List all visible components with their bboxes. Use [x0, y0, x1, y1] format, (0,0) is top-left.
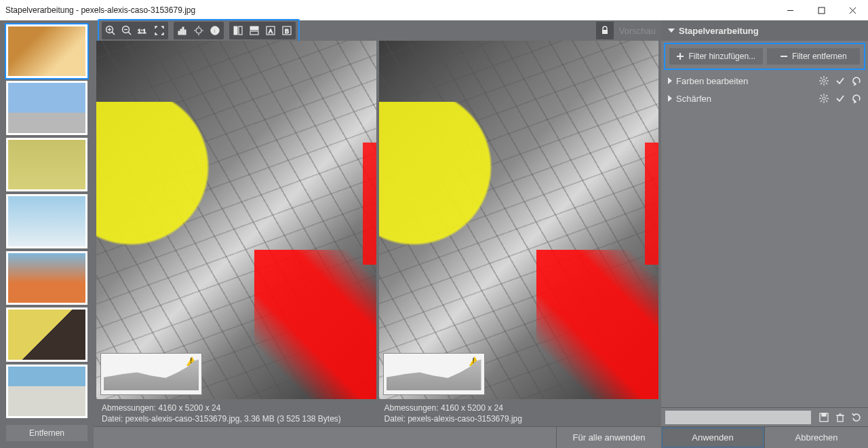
thumbnail[interactable]: [6, 194, 87, 248]
svg-line-9: [128, 32, 131, 35]
svg-line-40: [821, 77, 822, 79]
svg-rect-13: [180, 29, 182, 35]
svg-line-5: [112, 32, 115, 35]
svg-rect-55: [837, 415, 843, 422]
svg-text:B: B: [285, 28, 289, 35]
split-horizontal-icon[interactable]: [247, 23, 262, 38]
remove-thumbnail-button[interactable]: Entfernen: [6, 425, 87, 441]
svg-text:A: A: [269, 28, 273, 35]
info-icon[interactable]: i: [208, 23, 222, 38]
apply-button[interactable]: Anwenden: [661, 427, 764, 448]
filter-label: Schärfen: [676, 94, 711, 104]
svg-rect-31: [602, 30, 608, 34]
svg-line-42: [826, 77, 827, 79]
undo-icon[interactable]: [850, 75, 863, 87]
chevron-right-icon: [668, 77, 672, 84]
svg-rect-1: [818, 7, 825, 14]
clipping-warning-icon: [186, 356, 197, 366]
preview-result: Abmessungen: 4160 x 5200 x 24 Datei: pex…: [379, 41, 659, 426]
svg-rect-23: [234, 26, 237, 35]
remove-filter-label: Filter entfernen: [792, 52, 847, 61]
remove-filter-button[interactable]: Filter entfernen: [767, 48, 861, 64]
thumbnail[interactable]: [6, 365, 87, 418]
svg-rect-24: [239, 26, 242, 35]
svg-line-43: [821, 83, 822, 84]
check-icon[interactable]: [834, 92, 846, 105]
svg-rect-14: [182, 27, 184, 35]
clipping-warning-icon: [469, 356, 480, 366]
svg-rect-25: [250, 26, 258, 30]
split-vertical-icon[interactable]: [231, 23, 245, 38]
file-label: Datei: pexels-alexis-caso-3153679.jpg, 3…: [102, 413, 371, 424]
file-label: Datei: pexels-alexis-caso-3153679.jpg: [384, 413, 654, 424]
svg-line-49: [821, 95, 822, 96]
fullscreen-icon[interactable]: [152, 23, 167, 38]
svg-rect-26: [250, 31, 258, 35]
thumbnail[interactable]: [6, 24, 87, 78]
gear-icon[interactable]: [818, 75, 830, 87]
lock-icon[interactable]: [596, 22, 614, 39]
svg-rect-15: [184, 30, 186, 35]
window-title: Stapelverarbeitung - pexels-alexis-caso-…: [5, 5, 195, 15]
thumbnail-strip: Entfernen: [0, 20, 94, 448]
view-b-icon[interactable]: B: [279, 23, 294, 38]
svg-line-51: [826, 95, 827, 96]
preset-toolbar: [661, 407, 868, 426]
add-filter-button[interactable]: Filter hinzufügen...: [669, 48, 763, 64]
preview-label: Vorschau: [619, 26, 656, 36]
filter-row-sharpen[interactable]: Schärfen: [661, 90, 868, 107]
svg-text:i: i: [214, 27, 216, 35]
zoom-1to1-icon[interactable]: 1:1: [136, 23, 151, 38]
panel-title: Stapelverarbeitung: [679, 26, 759, 36]
filter-row-colors[interactable]: Farben bearbeiten: [661, 72, 868, 90]
reset-icon[interactable]: [849, 410, 864, 425]
svg-rect-54: [822, 413, 826, 416]
preset-combo[interactable]: [665, 411, 811, 424]
maximize-button[interactable]: [806, 0, 837, 20]
check-icon[interactable]: [834, 75, 846, 87]
preview-image[interactable]: [96, 41, 376, 399]
dimensions-label: Abmessungen: 4160 x 5200 x 24: [384, 403, 654, 413]
histogram-overlay: [100, 353, 202, 395]
svg-line-41: [826, 83, 827, 84]
gear-icon[interactable]: [818, 92, 830, 105]
thumbnail[interactable]: [6, 81, 87, 134]
cancel-button[interactable]: Abbrechen: [764, 427, 868, 448]
dimensions-label: Abmessungen: 4160 x 5200 x 24: [102, 403, 371, 413]
undo-icon[interactable]: [850, 92, 863, 105]
svg-point-16: [196, 28, 201, 33]
zoom-out-icon[interactable]: [119, 23, 134, 38]
preview-original: Abmessungen: 4160 x 5200 x 24 Datei: pex…: [96, 41, 376, 426]
view-a-icon[interactable]: A: [263, 23, 278, 38]
zoom-in-icon[interactable]: [103, 23, 118, 38]
add-filter-label: Filter hinzufügen...: [688, 52, 755, 61]
delete-preset-icon[interactable]: [833, 410, 848, 425]
svg-rect-12: [178, 31, 180, 35]
histogram-icon[interactable]: [175, 23, 190, 38]
panel-header[interactable]: Stapelverarbeitung: [661, 20, 868, 41]
histogram-overlay: [383, 353, 485, 395]
apply-all-button[interactable]: Für alle anwenden: [556, 427, 661, 448]
toolbar: 1:1 i A B Vorschau: [94, 20, 661, 41]
thumbnail[interactable]: [6, 138, 87, 191]
svg-text:1:1: 1:1: [138, 28, 146, 35]
svg-point-44: [823, 97, 825, 100]
titlebar: Stapelverarbeitung - pexels-alexis-caso-…: [0, 0, 868, 20]
preview-image[interactable]: [379, 41, 659, 399]
thumbnail[interactable]: [6, 307, 87, 361]
exposure-icon[interactable]: [191, 23, 206, 38]
chevron-right-icon: [668, 95, 672, 102]
svg-line-50: [826, 100, 827, 102]
chevron-down-icon: [668, 29, 675, 33]
svg-point-35: [823, 79, 825, 82]
close-button[interactable]: [837, 0, 868, 20]
right-panel: Stapelverarbeitung Filter hinzufügen... …: [661, 20, 868, 448]
filter-label: Farben bearbeiten: [676, 76, 748, 86]
minimize-button[interactable]: [774, 0, 806, 20]
thumbnail[interactable]: [6, 251, 87, 305]
svg-line-52: [821, 100, 822, 102]
save-preset-icon[interactable]: [816, 410, 831, 425]
